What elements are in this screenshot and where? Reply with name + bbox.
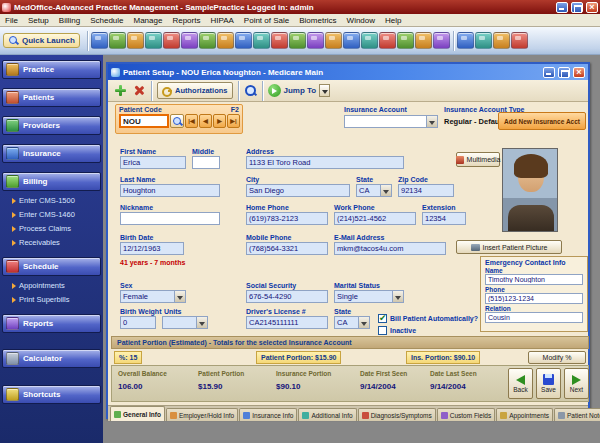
sidebar-item-insurance[interactable]: Insurance [2, 144, 101, 163]
chevron-down-icon[interactable] [358, 317, 369, 328]
minimize-button[interactable] [556, 2, 568, 13]
sidebar-item-practice[interactable]: Practice [2, 60, 101, 79]
receivables-icon[interactable] [217, 32, 234, 49]
tab-employer-hold-info[interactable]: Employer/Hold Info [166, 408, 238, 421]
email-input[interactable] [334, 242, 446, 255]
tab-general-info[interactable]: General Info [110, 406, 165, 421]
back-button[interactable]: Back [508, 368, 533, 399]
inactive-checkbox[interactable] [378, 326, 387, 335]
next-record-button[interactable] [213, 114, 226, 128]
letters-icon[interactable] [343, 32, 360, 49]
backup-icon[interactable] [457, 32, 474, 49]
tab-custom-fields[interactable]: Custom Fields [437, 408, 496, 421]
first-record-button[interactable] [185, 114, 198, 128]
chevron-down-icon[interactable] [196, 317, 207, 328]
sidebar-item-reports[interactable]: Reports [2, 314, 101, 333]
sidebar-item-appointments[interactable]: Appointments [2, 280, 101, 291]
insert-patient-picture-button[interactable]: Insert Patient Picture [456, 240, 562, 254]
insurance-account-select[interactable] [344, 115, 438, 128]
quick-launch-button[interactable]: Quick Launch [3, 33, 80, 48]
sidebar-item-calculator[interactable]: Calculator [2, 349, 101, 368]
state-select[interactable]: CA [356, 184, 392, 197]
app-titlebar[interactable]: MedOffice-Advanced Practice Management -… [0, 0, 600, 14]
practice-icon[interactable] [127, 32, 144, 49]
drivers-license-input[interactable] [246, 316, 328, 329]
search-patient-icon[interactable] [244, 84, 257, 97]
hipaa-icon[interactable] [361, 32, 378, 49]
sidebar-item-process-claims[interactable]: Process Claims [2, 223, 101, 234]
modify-percent-button[interactable]: Modify % [528, 351, 586, 364]
calculator-icon[interactable] [415, 32, 432, 49]
next-button[interactable]: Next [564, 368, 589, 399]
sidebar-item-patients[interactable]: Patients [2, 88, 101, 107]
multimedia-button[interactable]: Multimedia [456, 152, 500, 167]
biometrics-icon[interactable] [397, 32, 414, 49]
dl-state-select[interactable]: CA [334, 316, 370, 329]
patient-setup-titlebar[interactable]: Patient Setup - NOU Erica Noughton - Med… [108, 64, 588, 80]
menu-schedule[interactable]: Schedule [85, 16, 128, 25]
authorizations-button[interactable]: Authorizations [157, 82, 233, 99]
chevron-down-icon[interactable] [380, 185, 391, 196]
marital-status-select[interactable]: Single [334, 290, 404, 303]
child-maximize-button[interactable] [558, 67, 570, 78]
emergency-relation-input[interactable] [485, 312, 583, 323]
providers-icon[interactable] [109, 32, 126, 49]
menu-file[interactable]: File [0, 16, 23, 25]
tab-additional-info[interactable]: Additional Info [298, 408, 356, 421]
jump-to-dropdown-button[interactable] [319, 84, 330, 97]
last-name-input[interactable] [120, 184, 220, 197]
tab-patient-notes[interactable]: Patient Notes [554, 408, 600, 421]
child-close-button[interactable] [573, 67, 585, 78]
emergency-name-input[interactable] [485, 274, 583, 285]
birth-date-input[interactable] [120, 242, 184, 255]
mobile-phone-input[interactable] [246, 242, 328, 255]
sidebar-item-providers[interactable]: Providers [2, 116, 101, 135]
first-name-input[interactable] [120, 156, 186, 169]
chevron-down-icon[interactable] [174, 291, 185, 302]
insurance-icon[interactable] [145, 32, 162, 49]
units-select[interactable] [162, 316, 208, 329]
sidebar-item-schedule[interactable]: Schedule [2, 257, 101, 276]
add-patient-icon[interactable] [113, 83, 128, 98]
nickname-input[interactable] [120, 212, 220, 225]
last-record-button[interactable] [227, 114, 240, 128]
address-input[interactable] [246, 156, 404, 169]
extension-input[interactable] [422, 212, 466, 225]
point-of-sale-icon[interactable] [379, 32, 396, 49]
sidebar-item-enter-cms-1500[interactable]: Enter CMS-1500 [2, 195, 101, 206]
save-button[interactable]: Save [536, 368, 561, 399]
patients-icon[interactable] [91, 32, 108, 49]
close-button[interactable] [586, 2, 598, 13]
menu-reports[interactable]: Reports [167, 16, 205, 25]
chevron-down-icon[interactable] [426, 116, 437, 127]
add-new-insurance-acct-button[interactable]: Add New Insurance Acct [498, 112, 586, 130]
menu-setup[interactable]: Setup [23, 16, 54, 25]
patient-search-button[interactable] [170, 114, 184, 128]
statements-icon[interactable] [325, 32, 342, 49]
zip-code-input[interactable] [398, 184, 454, 197]
sidebar-item-enter-cms-1460[interactable]: Enter CMS-1460 [2, 209, 101, 220]
social-security-input[interactable] [246, 290, 328, 303]
emergency-phone-input[interactable] [485, 293, 583, 304]
menu-biometrics[interactable]: Biometrics [294, 16, 341, 25]
bill-patient-automatically-checkbox[interactable] [378, 314, 387, 323]
address-book-icon[interactable] [433, 32, 450, 49]
maximize-button[interactable] [571, 2, 583, 13]
patient-code-input[interactable] [119, 114, 169, 128]
tab-appointments[interactable]: Appointments [496, 408, 553, 421]
jump-to-icon[interactable] [268, 84, 281, 97]
tab-diagnosis-symptoms[interactable]: Diagnosis/Symptoms [358, 408, 436, 421]
payments-icon[interactable] [235, 32, 252, 49]
child-minimize-button[interactable] [543, 67, 555, 78]
sidebar-item-billing[interactable]: Billing [2, 172, 101, 191]
window-icon[interactable] [493, 32, 510, 49]
sidebar-item-print-superbills[interactable]: Print Superbills [2, 294, 101, 305]
birth-weight-input[interactable] [120, 316, 156, 329]
city-input[interactable] [246, 184, 350, 197]
reports-icon[interactable] [307, 32, 324, 49]
menu-help[interactable]: Help [380, 16, 406, 25]
menu-billing[interactable]: Billing [54, 16, 85, 25]
sex-select[interactable]: Female [120, 290, 186, 303]
superbills-icon[interactable] [289, 32, 306, 49]
menu-window[interactable]: Window [342, 16, 380, 25]
